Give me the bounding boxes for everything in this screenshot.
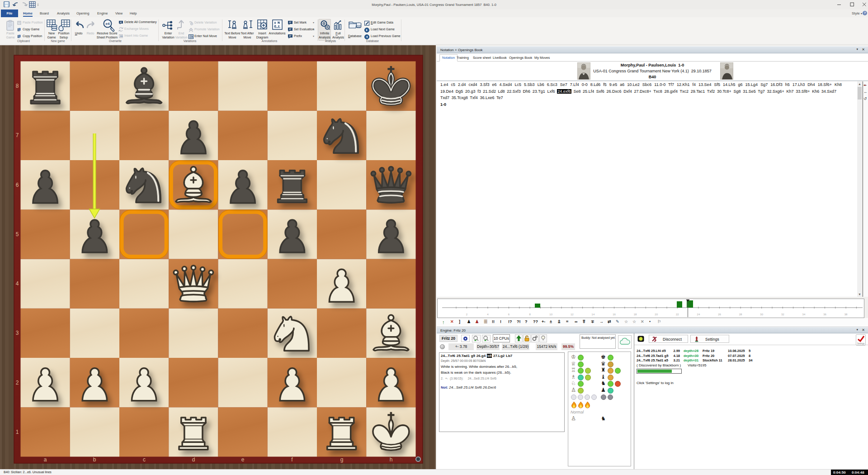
svg-text:38: 38	[844, 313, 848, 316]
svg-text:h: h	[390, 456, 393, 463]
svg-text:c: c	[143, 456, 146, 463]
svg-text:g: g	[340, 456, 344, 463]
svg-text:e4: e4	[106, 22, 110, 26]
svg-text:24: 24	[697, 313, 700, 316]
svg-text:b: b	[93, 456, 96, 463]
svg-text:32: 32	[781, 313, 784, 316]
svg-text:e: e	[241, 456, 245, 463]
svg-text:d: d	[192, 456, 195, 463]
svg-text:1: 1	[16, 429, 19, 435]
svg-text:12: 12	[571, 313, 574, 316]
svg-text:3: 3	[16, 330, 19, 336]
svg-text:18: 18	[634, 313, 637, 316]
svg-text:7: 7	[16, 132, 19, 138]
svg-text:2: 2	[16, 380, 19, 386]
svg-text:10: 10	[549, 313, 552, 316]
svg-text:30: 30	[760, 313, 763, 316]
svg-text:8: 8	[529, 313, 531, 316]
svg-text:28: 28	[739, 313, 742, 316]
svg-text:4: 4	[487, 313, 489, 316]
svg-text:a: a	[44, 456, 47, 463]
svg-text:4: 4	[16, 280, 19, 287]
svg-text:26: 26	[718, 313, 721, 316]
svg-text:36: 36	[823, 313, 826, 316]
svg-text:22: 22	[676, 313, 679, 316]
svg-text:34: 34	[802, 313, 806, 316]
svg-text:5: 5	[16, 231, 19, 238]
svg-text:6: 6	[508, 313, 510, 316]
svg-text:8: 8	[16, 83, 19, 89]
svg-text:20: 20	[655, 313, 658, 316]
svg-text:6: 6	[16, 182, 19, 188]
svg-text:14: 14	[592, 313, 595, 316]
svg-text:16: 16	[613, 313, 616, 316]
svg-text:2: 2	[466, 313, 468, 316]
